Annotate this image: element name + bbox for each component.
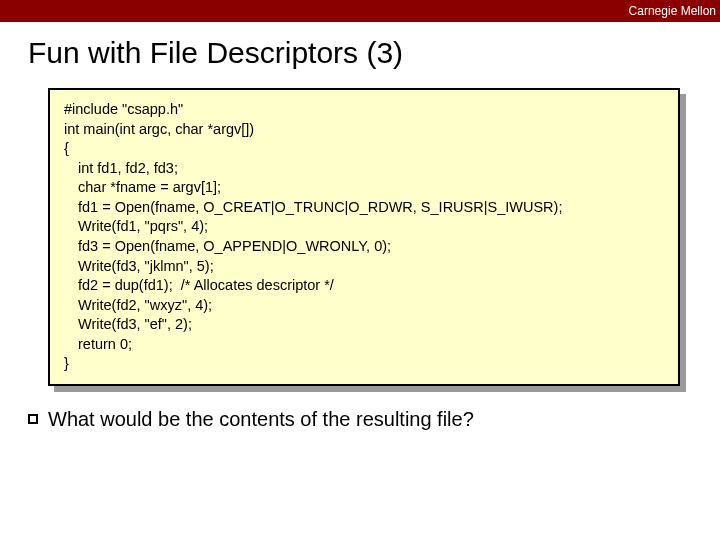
code-line: return 0; <box>64 335 664 355</box>
code-line: #include "csapp.h" <box>64 100 664 120</box>
code-line: Write(fd3, "jklmn", 5); <box>64 257 664 277</box>
code-line: int main(int argc, char *argv[]) <box>64 120 664 140</box>
institution-label: Carnegie Mellon <box>629 4 716 18</box>
code-line: Write(fd3, "ef", 2); <box>64 315 664 335</box>
code-block-wrap: #include "csapp.h" int main(int argc, ch… <box>48 88 680 386</box>
slide-title: Fun with File Descriptors (3) <box>28 36 720 70</box>
code-line: fd1 = Open(fname, O_CREAT|O_TRUNC|O_RDWR… <box>64 198 664 218</box>
code-line: Write(fd2, "wxyz", 4); <box>64 296 664 316</box>
code-block: #include "csapp.h" int main(int argc, ch… <box>48 88 680 386</box>
code-line: char *fname = argv[1]; <box>64 178 664 198</box>
code-line: fd3 = Open(fname, O_APPEND|O_WRONLY, 0); <box>64 237 664 257</box>
bullet-icon <box>28 414 38 424</box>
code-line: { <box>64 139 664 159</box>
bullet-row: What would be the contents of the result… <box>28 408 720 431</box>
code-line: Write(fd1, "pqrs", 4); <box>64 217 664 237</box>
code-line: int fd1, fd2, fd3; <box>64 159 664 179</box>
code-line: } <box>64 354 664 374</box>
question-text: What would be the contents of the result… <box>48 408 474 431</box>
code-line: fd2 = dup(fd1); /* Allocates descriptor … <box>64 276 664 296</box>
header-bar: Carnegie Mellon <box>0 0 720 22</box>
